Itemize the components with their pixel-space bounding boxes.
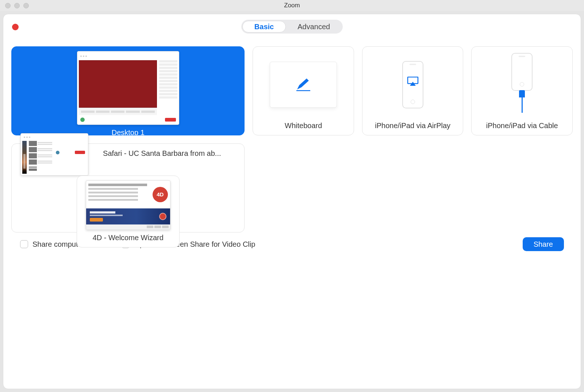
svg-rect-0	[296, 90, 310, 91]
window-title: Zoom	[284, 2, 300, 9]
phone-cable-icon	[511, 53, 533, 113]
share-option-label: Whiteboard	[256, 118, 351, 135]
share-option-airplay[interactable]: iPhone/iPad via AirPlay	[362, 46, 464, 135]
window-header: Basic Advanced	[3, 14, 581, 39]
preview-thumbnail: 4D	[77, 176, 179, 230]
share-option-label: iPhone/iPad via Cable	[475, 118, 569, 135]
zoom-window-icon[interactable]	[23, 3, 29, 8]
whiteboard-icon	[270, 62, 337, 108]
minimize-window-icon[interactable]	[14, 3, 20, 8]
checkbox-icon	[20, 240, 28, 248]
share-option-cable[interactable]: iPhone/iPad via Cable	[471, 46, 573, 135]
share-option-label: 4D - Welcome Wizard	[80, 230, 176, 247]
cable-plug-icon	[519, 90, 525, 97]
tab-basic[interactable]: Basic	[242, 21, 286, 32]
share-option-desktop[interactable]: Desktop 1	[11, 46, 245, 135]
recording-indicator-icon	[12, 24, 19, 30]
tab-advanced[interactable]: Advanced	[286, 21, 342, 32]
airplay-icon	[407, 77, 419, 88]
share-option-4d[interactable]: 4D 4D - Welcome Wizard	[77, 176, 180, 247]
phone-airplay-icon	[402, 61, 423, 108]
tab-switcher: Basic Advanced	[241, 20, 343, 34]
share-option-safari[interactable]: Safari - UC Santa Barbara from ab... 4D	[11, 143, 245, 232]
share-option-whiteboard[interactable]: Whiteboard	[253, 46, 354, 135]
safari-preview-icon	[20, 133, 88, 176]
titlebar: Zoom	[0, 0, 584, 11]
preview-thumbnail	[12, 47, 244, 125]
content-area: Desktop 1 Whiteboard	[3, 39, 581, 389]
fourd-preview-icon: 4D	[86, 180, 170, 230]
share-button[interactable]: Share	[523, 237, 564, 251]
share-window: Basic Advanced	[3, 14, 581, 389]
share-option-label: iPhone/iPad via AirPlay	[365, 118, 460, 135]
share-options-grid: Desktop 1 Whiteboard	[11, 46, 573, 232]
close-window-icon[interactable]	[5, 3, 11, 8]
desktop-preview-icon	[77, 51, 179, 125]
preview-thumbnail	[472, 47, 572, 118]
window-controls	[5, 3, 29, 8]
pen-icon	[295, 78, 312, 92]
preview-thumbnail: Safari - UC Santa Barbara from ab...	[12, 129, 244, 176]
share-option-label: Safari - UC Santa Barbara from ab...	[88, 146, 235, 163]
preview-thumbnail	[362, 47, 463, 118]
preview-thumbnail	[253, 47, 354, 118]
